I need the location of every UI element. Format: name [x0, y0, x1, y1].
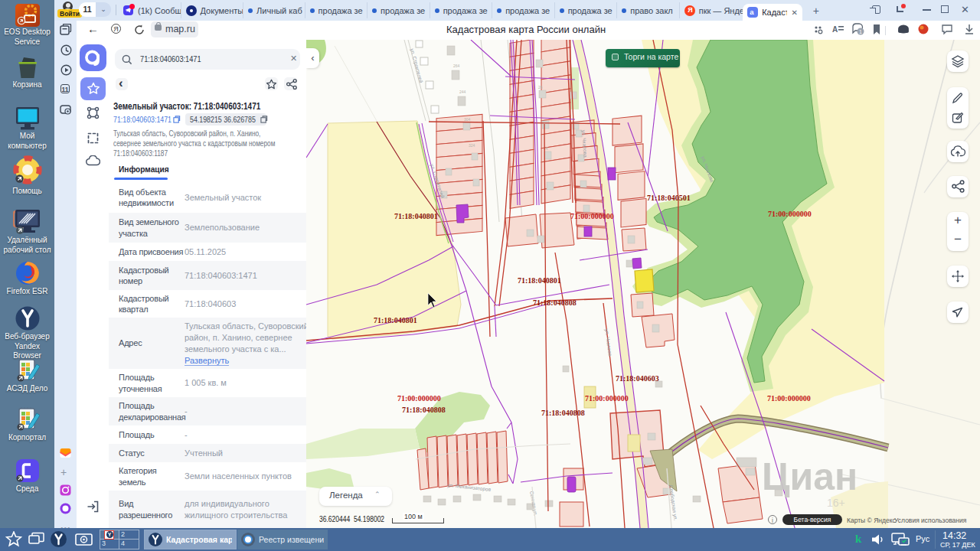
svg-text:71:18:040603: 71:18:040603	[616, 374, 659, 383]
svg-text:244: 244	[459, 90, 466, 94]
svg-text:71:00:000000: 71:00:000000	[397, 394, 441, 403]
svg-text:304: 304	[464, 117, 471, 122]
svg-text:А: А	[832, 25, 838, 34]
svg-text:71:18:040808: 71:18:040808	[533, 298, 577, 307]
svg-text:71:00:000000: 71:00:000000	[768, 210, 812, 218]
svg-text:26: 26	[538, 85, 543, 90]
svg-text:16+: 16+	[827, 497, 845, 509]
svg-text:71:18:040801: 71:18:040801	[374, 316, 417, 324]
svg-text:71:00:000000: 71:00:000000	[585, 394, 629, 403]
svg-text:71:18:040501: 71:18:040501	[647, 194, 691, 202]
svg-text:324: 324	[469, 143, 475, 148]
svg-text:Циан: Циан	[762, 455, 858, 498]
svg-text:71:00:000000: 71:00:000000	[570, 212, 614, 220]
svg-text:71:18:040808: 71:18:040808	[402, 406, 446, 414]
svg-text:264: 264	[453, 64, 460, 68]
svg-text:71:18:040801: 71:18:040801	[518, 276, 561, 285]
svg-text:71:18:040808: 71:18:040808	[541, 409, 585, 417]
svg-text:71:00:000000: 71:00:000000	[767, 394, 811, 403]
svg-text:71:18:040801: 71:18:040801	[394, 212, 438, 220]
svg-text:1: 1	[859, 29, 862, 34]
